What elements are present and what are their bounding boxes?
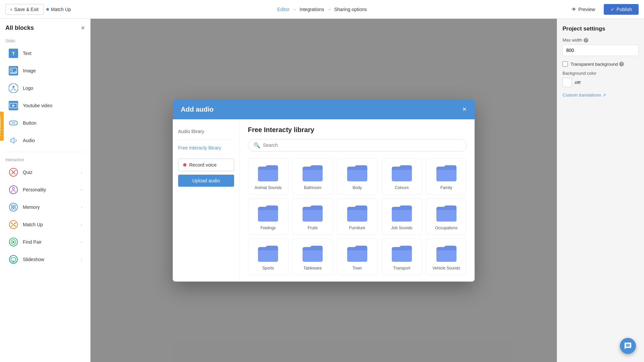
sidebar-item-slideshow[interactable]: Slideshow › (3, 251, 88, 268)
modal-close-button[interactable]: × (462, 106, 467, 113)
folder-item-bathroom[interactable]: Bathroom (292, 158, 333, 194)
folders-grid: Animal Sounds Bathroom Body Colours (248, 158, 467, 275)
folder-icon-tableware (301, 243, 324, 263)
transparent-bg-row: Transparent background ? (562, 61, 639, 67)
sidebar-item-findpair[interactable]: Find Pair › (3, 233, 88, 251)
folder-label-vehicle-sounds: Vehicle Sounds (432, 266, 460, 270)
publish-check-icon: ✓ (610, 7, 614, 12)
folder-item-feelings[interactable]: Feelings (248, 198, 288, 235)
sidebar-item-youtube[interactable]: Youtube video (3, 97, 88, 114)
folder-icon-furniture (345, 203, 369, 223)
folder-item-occupations[interactable]: Occupations (426, 198, 467, 235)
sidebar-item-text-label: Text (23, 51, 82, 56)
folder-item-animal-sounds[interactable]: Animal Sounds (248, 158, 288, 194)
custom-translations-link[interactable]: Custom translations ↗ (562, 93, 639, 98)
folder-item-sports[interactable]: Sports (248, 239, 288, 275)
folder-icon-colours (390, 163, 414, 183)
nav-sharing[interactable]: Sharing options (334, 7, 367, 12)
content-area: Add audio × Audio library Free Interacty… (91, 19, 557, 362)
chat-button[interactable] (620, 338, 636, 354)
sidebar-item-image-label: Image (23, 68, 82, 73)
folder-label-furniture: Furniture (349, 226, 365, 230)
folder-label-sports: Sports (262, 266, 274, 270)
slideshow-arrow-icon: › (81, 257, 82, 262)
sidebar-item-audio[interactable]: Audio (3, 132, 88, 149)
text-icon: T (8, 48, 19, 59)
quiz-arrow-icon: › (81, 170, 82, 175)
modal-nav-free-library[interactable]: Free Interacty library (178, 142, 234, 153)
nav-arrow-1: → (292, 7, 297, 12)
nav-editor[interactable]: Editor (277, 7, 289, 12)
findpair-icon (8, 237, 19, 247)
sidebar-item-matchup[interactable]: Match Up › (3, 216, 88, 233)
folder-label-feelings: Feelings (261, 226, 276, 230)
feedback-tab[interactable]: Feedback (0, 112, 4, 141)
transparent-bg-checkbox[interactable] (562, 61, 568, 67)
bg-color-swatch[interactable] (562, 78, 572, 87)
modal-nav-divider (178, 139, 234, 140)
folder-label-animal-sounds: Animal Sounds (255, 185, 282, 190)
sidebar-item-text[interactable]: T Text (3, 45, 88, 62)
main-layout: All blocks × Static T Text Image Logo (0, 19, 644, 362)
publish-button[interactable]: ✓ Publish (604, 4, 639, 15)
folder-item-body[interactable]: Body (337, 158, 378, 194)
svg-point-4 (11, 69, 13, 71)
topbar-left: Save & Exit Match Up (5, 4, 71, 15)
sidebar-item-audio-label: Audio (23, 138, 82, 143)
matchup-icon (8, 219, 19, 230)
folder-icon-fruits (301, 203, 324, 223)
upload-audio-button[interactable]: Upload audio (178, 175, 234, 187)
sidebar: All blocks × Static T Text Image Logo (0, 19, 91, 362)
modal-body: Audio library Free Interacty library Rec… (173, 119, 475, 282)
sidebar-item-logo[interactable]: Logo (3, 79, 88, 97)
add-audio-modal: Add audio × Audio library Free Interacty… (173, 100, 475, 282)
search-input[interactable] (263, 142, 461, 148)
preview-icon: 👁 (572, 7, 576, 12)
folder-icon-bathroom (301, 163, 324, 183)
folder-item-job-sounds[interactable]: Job Sounds (381, 198, 422, 235)
findpair-arrow-icon: › (81, 240, 82, 244)
sidebar-item-quiz-label: Quiz (23, 170, 77, 175)
folder-item-vehicle-sounds[interactable]: Vehicle Sounds (426, 239, 467, 275)
folder-icon-feelings (256, 203, 280, 223)
sidebar-item-image[interactable]: Image (3, 62, 88, 79)
folder-item-tableware[interactable]: Tableware (292, 239, 333, 275)
modal-nav-audio-library[interactable]: Audio library (178, 126, 234, 137)
topbar: Save & Exit Match Up Editor → Integratio… (0, 0, 644, 19)
bg-color-row: #fff (562, 78, 639, 87)
nav-integrations[interactable]: Integrations (300, 7, 324, 12)
status-dot (46, 8, 49, 11)
folder-item-colours[interactable]: Colours (381, 158, 422, 194)
svg-point-6 (12, 86, 14, 88)
record-voice-button[interactable]: Record voice (178, 159, 234, 171)
max-width-input[interactable] (562, 45, 639, 56)
folder-label-fruits: Fruits (308, 226, 318, 230)
sidebar-item-quiz[interactable]: Quiz › (3, 164, 88, 181)
folder-icon-family (435, 163, 458, 183)
transparent-bg-info-icon: ? (619, 62, 624, 66)
folder-item-town[interactable]: Town (337, 239, 378, 275)
folder-label-family: Family (440, 185, 452, 190)
folder-label-occupations: Occupations (435, 226, 458, 230)
folder-item-fruits[interactable]: Fruits (292, 198, 333, 235)
save-exit-button[interactable]: Save & Exit (5, 4, 44, 15)
folder-label-tableware: Tableware (304, 266, 322, 270)
sidebar-item-personality[interactable]: Personality › (3, 181, 88, 198)
modal-sidebar: Audio library Free Interacty library Rec… (173, 119, 240, 282)
bg-color-value: #fff (575, 80, 581, 85)
folder-icon-sports (256, 243, 280, 263)
folder-item-family[interactable]: Family (426, 158, 467, 194)
preview-button[interactable]: 👁 Preview (567, 5, 600, 14)
topbar-nav: Editor → Integrations → Sharing options (277, 7, 367, 12)
modal-section-title: Free Interacty library (248, 126, 467, 134)
modal-title: Add audio (181, 106, 214, 113)
sidebar-item-button[interactable]: Button (3, 114, 88, 132)
folder-item-transport[interactable]: Transport (381, 239, 422, 275)
sidebar-close-button[interactable]: × (81, 24, 85, 32)
memory-arrow-icon: › (81, 205, 82, 209)
folder-item-furniture[interactable]: Furniture (337, 198, 378, 235)
sidebar-item-memory[interactable]: Memory › (3, 198, 88, 216)
sidebar-item-button-label: Button (23, 120, 82, 126)
logo-icon (8, 83, 19, 94)
modal-main-content: Free Interacty library 🔍 Animal Sounds (240, 119, 475, 282)
